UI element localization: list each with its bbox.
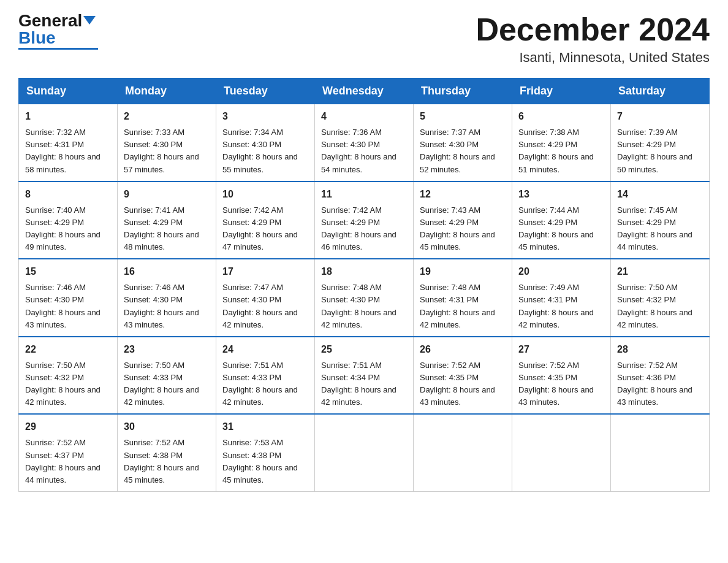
table-row: 6 Sunrise: 7:38 AMSunset: 4:29 PMDayligh…	[512, 104, 611, 182]
logo-blue-text: Blue	[18, 28, 56, 47]
day-number: 25	[321, 342, 407, 357]
day-number: 2	[124, 109, 210, 124]
day-info: Sunrise: 7:40 AMSunset: 4:29 PMDaylight:…	[25, 205, 100, 251]
day-number: 20	[518, 264, 604, 279]
logo-triangle-icon	[83, 16, 96, 25]
table-row: 18 Sunrise: 7:48 AMSunset: 4:30 PMDaylig…	[315, 259, 414, 337]
day-info: Sunrise: 7:52 AMSunset: 4:35 PMDaylight:…	[518, 361, 594, 407]
day-number: 17	[222, 264, 308, 279]
table-row: 28 Sunrise: 7:52 AMSunset: 4:36 PMDaylig…	[611, 337, 710, 415]
day-number: 7	[617, 109, 703, 124]
day-number: 4	[321, 109, 407, 124]
calendar-week-row: 8 Sunrise: 7:40 AMSunset: 4:29 PMDayligh…	[19, 182, 710, 259]
table-row: 14 Sunrise: 7:45 AMSunset: 4:29 PMDaylig…	[611, 182, 710, 259]
day-info: Sunrise: 7:50 AMSunset: 4:33 PMDaylight:…	[124, 361, 199, 407]
day-number: 30	[124, 419, 210, 434]
day-info: Sunrise: 7:37 AMSunset: 4:30 PMDaylight:…	[420, 128, 495, 174]
calendar-week-row: 1 Sunrise: 7:32 AMSunset: 4:31 PMDayligh…	[19, 104, 710, 182]
table-row: 4 Sunrise: 7:36 AMSunset: 4:30 PMDayligh…	[315, 104, 414, 182]
calendar-week-row: 15 Sunrise: 7:46 AMSunset: 4:30 PMDaylig…	[19, 259, 710, 337]
page-header: General Blue December 2024 Isanti, Minne…	[18, 12, 710, 66]
day-number: 5	[420, 109, 506, 124]
day-number: 28	[617, 342, 703, 357]
header-tuesday: Tuesday	[216, 79, 315, 104]
day-info: Sunrise: 7:45 AMSunset: 4:29 PMDaylight:…	[617, 205, 692, 251]
day-info: Sunrise: 7:53 AMSunset: 4:38 PMDaylight:…	[222, 438, 298, 484]
header-sunday: Sunday	[19, 79, 118, 104]
day-number: 14	[617, 187, 703, 202]
header-monday: Monday	[118, 79, 216, 104]
day-info: Sunrise: 7:51 AMSunset: 4:34 PMDaylight:…	[321, 361, 396, 407]
table-row: 29 Sunrise: 7:52 AMSunset: 4:37 PMDaylig…	[19, 414, 118, 491]
table-row: 1 Sunrise: 7:32 AMSunset: 4:31 PMDayligh…	[19, 104, 118, 182]
table-row: 11 Sunrise: 7:42 AMSunset: 4:29 PMDaylig…	[315, 182, 414, 259]
table-row: 24 Sunrise: 7:51 AMSunset: 4:33 PMDaylig…	[216, 337, 315, 415]
day-number: 27	[518, 342, 604, 357]
table-row: 2 Sunrise: 7:33 AMSunset: 4:30 PMDayligh…	[118, 104, 216, 182]
day-number: 11	[321, 187, 407, 202]
day-info: Sunrise: 7:42 AMSunset: 4:29 PMDaylight:…	[321, 205, 396, 251]
day-info: Sunrise: 7:50 AMSunset: 4:32 PMDaylight:…	[25, 361, 100, 407]
logo: General Blue	[18, 12, 98, 50]
day-info: Sunrise: 7:50 AMSunset: 4:32 PMDaylight:…	[617, 283, 692, 329]
day-info: Sunrise: 7:33 AMSunset: 4:30 PMDaylight:…	[124, 128, 199, 174]
weekday-header-row: Sunday Monday Tuesday Wednesday Thursday…	[19, 79, 710, 104]
calendar-week-row: 29 Sunrise: 7:52 AMSunset: 4:37 PMDaylig…	[19, 414, 710, 491]
calendar-title: December 2024	[476, 12, 710, 47]
table-row: 31 Sunrise: 7:53 AMSunset: 4:38 PMDaylig…	[216, 414, 315, 491]
table-row: 26 Sunrise: 7:52 AMSunset: 4:35 PMDaylig…	[414, 337, 512, 415]
table-row: 10 Sunrise: 7:42 AMSunset: 4:29 PMDaylig…	[216, 182, 315, 259]
day-number: 21	[617, 264, 703, 279]
day-info: Sunrise: 7:47 AMSunset: 4:30 PMDaylight:…	[222, 283, 298, 329]
table-row: 16 Sunrise: 7:46 AMSunset: 4:30 PMDaylig…	[118, 259, 216, 337]
day-info: Sunrise: 7:48 AMSunset: 4:30 PMDaylight:…	[321, 283, 396, 329]
day-number: 1	[25, 109, 111, 124]
day-number: 6	[518, 109, 604, 124]
day-info: Sunrise: 7:49 AMSunset: 4:31 PMDaylight:…	[518, 283, 594, 329]
day-number: 19	[420, 264, 506, 279]
day-info: Sunrise: 7:46 AMSunset: 4:30 PMDaylight:…	[124, 283, 199, 329]
table-row: 15 Sunrise: 7:46 AMSunset: 4:30 PMDaylig…	[19, 259, 118, 337]
day-info: Sunrise: 7:44 AMSunset: 4:29 PMDaylight:…	[518, 205, 594, 251]
logo-general-text: General	[18, 11, 82, 30]
header-thursday: Thursday	[414, 79, 512, 104]
table-row: 19 Sunrise: 7:48 AMSunset: 4:31 PMDaylig…	[414, 259, 512, 337]
day-info: Sunrise: 7:42 AMSunset: 4:29 PMDaylight:…	[222, 205, 298, 251]
day-number: 29	[25, 419, 111, 434]
table-row: 27 Sunrise: 7:52 AMSunset: 4:35 PMDaylig…	[512, 337, 611, 415]
day-info: Sunrise: 7:51 AMSunset: 4:33 PMDaylight:…	[222, 361, 298, 407]
day-info: Sunrise: 7:52 AMSunset: 4:38 PMDaylight:…	[124, 438, 199, 484]
table-row: 25 Sunrise: 7:51 AMSunset: 4:34 PMDaylig…	[315, 337, 414, 415]
day-number: 22	[25, 342, 111, 357]
day-info: Sunrise: 7:41 AMSunset: 4:29 PMDaylight:…	[124, 205, 199, 251]
table-row: 8 Sunrise: 7:40 AMSunset: 4:29 PMDayligh…	[19, 182, 118, 259]
header-saturday: Saturday	[611, 79, 710, 104]
day-number: 3	[222, 109, 308, 124]
day-info: Sunrise: 7:46 AMSunset: 4:30 PMDaylight:…	[25, 283, 100, 329]
day-number: 12	[420, 187, 506, 202]
table-row: 13 Sunrise: 7:44 AMSunset: 4:29 PMDaylig…	[512, 182, 611, 259]
day-info: Sunrise: 7:32 AMSunset: 4:31 PMDaylight:…	[25, 128, 100, 174]
table-row: 17 Sunrise: 7:47 AMSunset: 4:30 PMDaylig…	[216, 259, 315, 337]
table-row	[414, 414, 512, 491]
day-info: Sunrise: 7:39 AMSunset: 4:29 PMDaylight:…	[617, 128, 692, 174]
table-row: 20 Sunrise: 7:49 AMSunset: 4:31 PMDaylig…	[512, 259, 611, 337]
day-info: Sunrise: 7:36 AMSunset: 4:30 PMDaylight:…	[321, 128, 396, 174]
day-info: Sunrise: 7:52 AMSunset: 4:36 PMDaylight:…	[617, 361, 692, 407]
table-row: 12 Sunrise: 7:43 AMSunset: 4:29 PMDaylig…	[414, 182, 512, 259]
table-row: 5 Sunrise: 7:37 AMSunset: 4:30 PMDayligh…	[414, 104, 512, 182]
day-number: 18	[321, 264, 407, 279]
table-row: 3 Sunrise: 7:34 AMSunset: 4:30 PMDayligh…	[216, 104, 315, 182]
title-area: December 2024 Isanti, Minnesota, United …	[476, 12, 710, 66]
day-info: Sunrise: 7:52 AMSunset: 4:37 PMDaylight:…	[25, 438, 100, 484]
day-number: 26	[420, 342, 506, 357]
day-info: Sunrise: 7:43 AMSunset: 4:29 PMDaylight:…	[420, 205, 495, 251]
table-row: 7 Sunrise: 7:39 AMSunset: 4:29 PMDayligh…	[611, 104, 710, 182]
day-info: Sunrise: 7:38 AMSunset: 4:29 PMDaylight:…	[518, 128, 594, 174]
day-number: 13	[518, 187, 604, 202]
day-number: 15	[25, 264, 111, 279]
day-number: 31	[222, 419, 308, 434]
table-row	[611, 414, 710, 491]
table-row: 22 Sunrise: 7:50 AMSunset: 4:32 PMDaylig…	[19, 337, 118, 415]
table-row: 23 Sunrise: 7:50 AMSunset: 4:33 PMDaylig…	[118, 337, 216, 415]
